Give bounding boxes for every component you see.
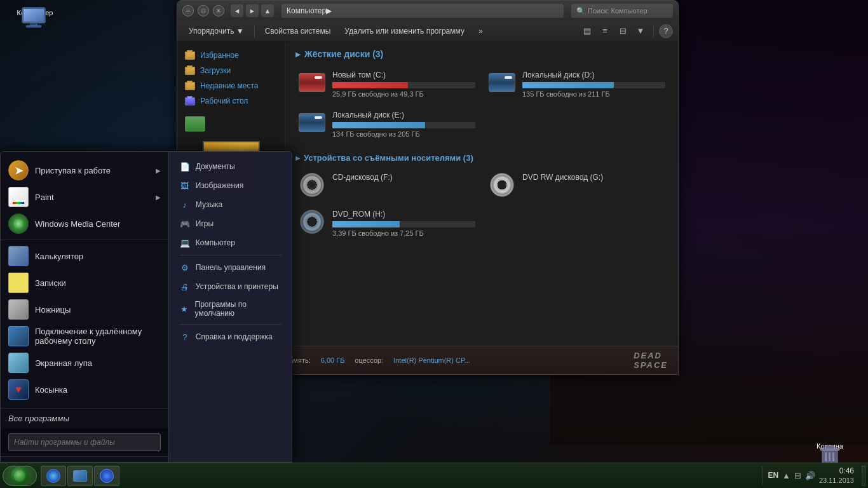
search-bar[interactable]: 🔍 Поиск: Компьютер — [571, 4, 673, 18]
sm-right-images[interactable]: 🖼 Изображения — [169, 176, 292, 195]
drive-d-bar-wrap — [522, 82, 665, 88]
desktop-icon-trash[interactable]: Корзина — [804, 440, 855, 450]
favorites-icon — [185, 51, 195, 60]
drive-c-bar-wrap — [332, 82, 475, 88]
show-desktop-button[interactable] — [862, 466, 865, 486]
images-icon: 🖼 — [179, 180, 191, 191]
sidebar-item-recent[interactable]: Недавние места — [177, 78, 285, 93]
taskbar: EN ▲ ⊟ 🔊 0:46 23.11.2013 — [0, 463, 868, 488]
sm-right-documents[interactable]: 📄 Документы — [169, 157, 292, 176]
removable-title: Устройства со съёмными носителями (3) — [295, 153, 668, 163]
toolbar-sep-2 — [653, 25, 654, 37]
sm-item-solitaire[interactable]: ♥ Косынка — [1, 376, 168, 403]
drive-c-bar — [332, 82, 408, 88]
sm-item-getting-started[interactable]: ➤ Приступая к работе ▶ — [1, 157, 168, 184]
getting-started-arrow: ▶ — [156, 167, 161, 174]
snipping-icon — [8, 299, 29, 320]
maximize-button[interactable]: □ — [198, 5, 209, 17]
drive-g-name: DVD RW дисковод (G:) — [522, 173, 665, 182]
drive-c-icon-wrap — [298, 71, 326, 95]
sm-item-calculator[interactable]: Калькулятор — [1, 243, 168, 269]
sm-item-snipping[interactable]: Ножницы — [1, 296, 168, 323]
address-separator: ▶ — [326, 6, 332, 15]
wmc-label: Windows Media Center — [35, 219, 161, 229]
control-panel-icon: ⚙ — [179, 262, 191, 273]
sm-right-games[interactable]: 🎮 Игры — [169, 214, 292, 233]
drive-d-name: Локальный диск (D:) — [522, 71, 665, 79]
view-dropdown-button[interactable]: ▼ — [633, 24, 648, 39]
sm-right-help[interactable]: ? Справка и поддержка — [169, 327, 292, 346]
tray-language[interactable]: EN — [768, 471, 778, 480]
sm-right-devices[interactable]: 🖨 Устройства и принтеры — [169, 277, 292, 296]
start-button[interactable] — [3, 466, 37, 486]
help-sm-icon: ? — [179, 331, 191, 342]
forward-button[interactable]: ► — [246, 4, 259, 17]
system-props-button[interactable]: Свойства системы — [259, 24, 337, 39]
tray-arrow-icon[interactable]: ▲ — [782, 471, 790, 480]
uninstall-button[interactable]: Удалить или изменить программу — [338, 24, 471, 39]
minimize-button[interactable]: ─ — [182, 5, 194, 17]
sm-item-magnifier[interactable]: Экранная лупа — [1, 349, 168, 376]
sm-right-computer[interactable]: 💻 Компьютер — [169, 233, 292, 252]
all-programs-link[interactable]: Все программы — [1, 408, 168, 428]
drive-h-name: DVD_ROM (H:) — [332, 210, 475, 219]
close-button[interactable]: ✕ — [213, 5, 224, 17]
organize-button[interactable]: Упорядочить ▼ — [182, 24, 250, 39]
dead-space-logo: DEADSPACE — [634, 351, 668, 370]
start-orb-inner — [14, 470, 25, 482]
sidebar-item-desktop[interactable]: Рабочий стол — [177, 93, 285, 109]
sm-right-music[interactable]: ♪ Музыка — [169, 195, 292, 214]
svg-rect-3 — [30, 23, 37, 25]
sm-item-rdp[interactable]: Подключение к удалённому рабочему столу — [1, 323, 168, 349]
taskbar-item-globe[interactable] — [94, 466, 119, 486]
sm-right-control-panel[interactable]: ⚙ Панель управления — [169, 258, 292, 277]
sidebar-item-downloads[interactable]: Загрузки — [177, 63, 285, 78]
drive-h-bar-wrap — [332, 221, 475, 227]
downloads-icon — [185, 67, 195, 75]
network-taskbar-icon — [73, 469, 87, 483]
tray-clock[interactable]: 0:46 23.11.2013 — [819, 466, 854, 485]
search-input[interactable] — [8, 433, 161, 451]
stickynotes-label: Записки — [35, 278, 161, 288]
taskbar-item-network[interactable] — [67, 466, 93, 486]
sm-item-wmc[interactable]: Windows Media Center — [1, 210, 168, 237]
sm-item-paint[interactable]: Paint ▶ — [1, 184, 168, 210]
toolbar-right: ▤ ≡ ⊟ ▼ ? — [580, 24, 673, 39]
drive-c[interactable]: Новый том (C:) 25,9 ГБ свободно из 49,3 … — [295, 68, 478, 100]
view-details-button[interactable]: ▤ — [580, 24, 595, 39]
toolbar-sep-1 — [254, 25, 255, 37]
up-button[interactable]: ▲ — [261, 4, 274, 17]
sm-right-defaults[interactable]: ★ Программы по умолчанию — [169, 296, 292, 322]
cpu-value: Intel(R) Pentium(R) CP... — [393, 356, 470, 364]
drive-e[interactable]: Локальный диск (E:) 134 ГБ свободно из 2… — [295, 108, 478, 140]
taskbar-item-ie[interactable] — [41, 466, 66, 486]
svg-rect-8 — [832, 452, 834, 461]
drive-d[interactable]: Локальный диск (D:) 135 ГБ свободно из 2… — [485, 68, 668, 100]
sidebar-item-favorites[interactable]: Избранное — [177, 48, 285, 63]
paint-arrow: ▶ — [156, 194, 161, 201]
desktop-icon-computer[interactable]: Компьютер — [10, 6, 60, 17]
sm-item-stickynotes[interactable]: Записки — [1, 269, 168, 296]
more-button[interactable]: » — [472, 24, 489, 39]
drive-f-icon-wrap — [298, 173, 326, 197]
back-button[interactable]: ◄ — [231, 4, 243, 17]
svg-rect-2 — [24, 9, 44, 22]
ebook-icon — [185, 116, 205, 132]
rdp-label: Подключение к удалённому рабочему столу — [35, 327, 161, 346]
sidebar-item-ebook[interactable] — [177, 109, 285, 135]
start-menu-right: 📄 Документы 🖼 Изображения ♪ Музыка 🎮 Игр… — [168, 152, 292, 462]
drive-g[interactable]: DVD RW дисковод (G:) — [485, 170, 668, 200]
address-bar[interactable]: Компьютер ▶ — [281, 4, 564, 18]
music-icon: ♪ — [179, 199, 191, 210]
view-list-button[interactable]: ≡ — [597, 24, 613, 39]
drive-d-bar — [522, 82, 614, 88]
view-preview-button[interactable]: ⊟ — [615, 24, 630, 39]
getting-started-icon: ➤ — [8, 160, 29, 180]
main-content-area: Жёсткие диски (3) Новый том (C:) — [285, 41, 678, 346]
tray-volume-icon[interactable]: 🔊 — [805, 471, 815, 480]
drive-h[interactable]: DVD_ROM (H:) 3,39 ГБ свободно из 7,25 ГБ — [295, 207, 478, 240]
tray-network-icon[interactable]: ⊟ — [794, 471, 801, 480]
titlebar-nav: ◄ ► ▲ — [231, 4, 274, 17]
drive-f[interactable]: CD-дисковод (F:) — [295, 170, 478, 200]
help-button[interactable]: ? — [659, 24, 673, 38]
